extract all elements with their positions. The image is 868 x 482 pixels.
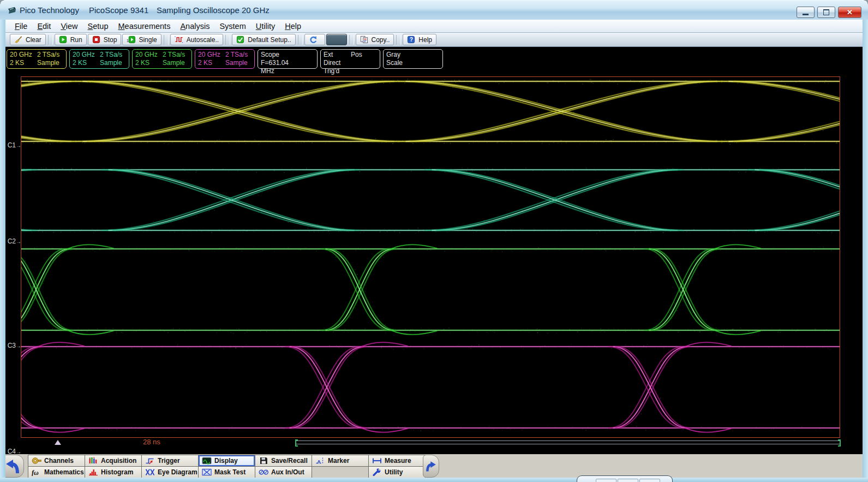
broom-icon	[14, 35, 22, 44]
status-value: 20 GHz	[198, 51, 225, 59]
nav-channels-button[interactable]: Channels	[28, 455, 85, 466]
collapse-toolbar-right-button[interactable]	[423, 455, 439, 478]
channel4-settings[interactable]: 20 GHz2 TSa/s2 KSSample	[195, 49, 255, 69]
toolbar-separator	[164, 35, 169, 45]
nav-save-recall-button[interactable]: Save/Recall	[255, 455, 312, 466]
range-bracket-left-icon	[295, 439, 298, 447]
button-label: Trigger	[158, 457, 180, 465]
button-label: Clear	[26, 36, 41, 44]
stop-icon	[92, 35, 100, 44]
button-label: Histogram	[101, 468, 133, 476]
channel1-settings[interactable]: 20 GHz2 TSa/s2 KSSample	[7, 49, 67, 69]
nav-mask-test-button[interactable]: Mask Test	[199, 467, 255, 478]
help-button[interactable]: ?Help	[403, 34, 436, 45]
snapshot-dark-button[interactable]	[326, 34, 347, 45]
menu-setup[interactable]: Setup	[83, 21, 113, 32]
curved-arrow-left-icon	[4, 457, 21, 475]
run-icon	[59, 35, 67, 44]
copy-icon	[360, 35, 368, 44]
timebase-label: 28 ns	[143, 438, 160, 446]
status-value: Sample	[100, 59, 122, 67]
menu-view[interactable]: View	[56, 21, 82, 32]
menu-system[interactable]: System	[214, 21, 250, 32]
button-label: Default Setup..	[248, 36, 291, 44]
nav-aux-in-out-button[interactable]: Aux In/Out	[255, 467, 312, 478]
nav-grid: ChannelsAcquisitionTriggerDisplaySave/Re…	[28, 455, 426, 478]
button-label: Measure	[385, 457, 411, 465]
button-label: Save/Recall	[271, 457, 308, 465]
nav-trigger-button[interactable]: Trigger	[142, 455, 198, 466]
channel-label-c2[interactable]: C2→	[7, 237, 21, 245]
window-title-description: Sampling Oscilloscope 20 GHz	[157, 5, 270, 15]
window-border-right	[863, 20, 868, 478]
autoscale-button[interactable]: Autoscale..	[170, 34, 223, 45]
status-value: 20 GHz	[10, 51, 37, 59]
nav-display-button[interactable]: Display	[199, 455, 255, 466]
button-label: Run	[70, 36, 82, 44]
nav-histogram-button[interactable]: Histogram	[85, 467, 141, 478]
status-value: F=631.04 MHz	[261, 59, 288, 75]
menu-help[interactable]: Help	[280, 21, 306, 32]
scope-settings[interactable]: ScopeF=631.04 MHz	[258, 49, 318, 69]
minimize-button[interactable]	[797, 7, 815, 18]
clear-button[interactable]: Clear	[10, 34, 46, 45]
button-label: Autoscale..	[187, 36, 219, 44]
menu-measurements[interactable]: Measurements	[113, 21, 175, 32]
channel-label-c1[interactable]: C1→	[7, 141, 21, 149]
close-button[interactable]: ✕	[838, 7, 861, 18]
save-icon	[258, 457, 269, 465]
minimize-icon	[803, 14, 809, 15]
channel-label-c3[interactable]: C3→	[7, 342, 21, 349]
restore-icon	[823, 9, 829, 15]
grayscale-display[interactable]: Gray Scale	[383, 49, 443, 69]
menu-utility[interactable]: Utility	[251, 21, 280, 32]
menu-analysis[interactable]: Analysis	[175, 21, 214, 32]
scope-content: 20 GHz2 TSa/s2 KSSample20 GHz2 TSa/s2 KS…	[5, 47, 863, 454]
popup-button[interactable]	[618, 479, 638, 482]
status-value: Sample	[37, 59, 59, 67]
svg-text:1: 1	[127, 38, 129, 43]
single-button[interactable]: 1Single	[122, 34, 161, 45]
menu-edit[interactable]: Edit	[32, 21, 56, 32]
nav-mathematics-button[interactable]: fωMathematics	[28, 467, 85, 478]
stop-button[interactable]: Stop	[88, 34, 122, 45]
popup-button[interactable]	[596, 479, 616, 482]
status-value: 2 KS	[135, 59, 163, 67]
undo-button[interactable]	[304, 34, 325, 45]
channel2-settings[interactable]: 20 GHz2 TSa/s2 KSSample	[69, 49, 129, 69]
window-border-bottom	[0, 478, 868, 482]
default-setup-button[interactable]: Default Setup..	[232, 34, 295, 45]
copy-button[interactable]: Copy..	[356, 34, 394, 45]
status-value: 2 KS	[198, 59, 225, 67]
button-label: Mask Test	[214, 468, 246, 476]
app-window: Pico Technology PicoScope 9341 Sampling …	[0, 0, 868, 482]
default-setup-icon	[236, 35, 244, 44]
button-label: Eye Diagram	[158, 468, 197, 476]
channel-arrow-icon: →	[16, 343, 21, 349]
timebase-range-scrollbar[interactable]	[296, 441, 840, 444]
autoscale-icon	[175, 35, 183, 44]
trigger-icon	[145, 457, 155, 465]
nav-measure-button[interactable]: Measure	[369, 455, 425, 466]
svg-text:fω: fω	[32, 469, 39, 477]
nav-utility-button[interactable]: Utility	[369, 467, 425, 478]
run-button[interactable]: Run	[55, 34, 87, 45]
trigger-position-marker[interactable]	[55, 440, 61, 445]
nav-eye-diagram-button[interactable]: Eye Diagram	[142, 467, 198, 478]
menu-file[interactable]: File	[10, 21, 32, 32]
button-label: Utility	[385, 468, 403, 476]
maximize-button[interactable]	[817, 7, 835, 18]
acquisition-icon	[88, 457, 99, 465]
button-label: Help	[418, 36, 432, 44]
range-bracket-right-icon	[838, 439, 841, 447]
window-controls: ✕	[794, 7, 861, 18]
channel3-settings[interactable]: 20 GHz2 TSa/s2 KSSample	[132, 49, 192, 69]
nav-marker-button[interactable]: Marker	[312, 455, 368, 466]
button-label: Aux In/Out	[271, 468, 304, 476]
plot-area[interactable]	[21, 76, 840, 438]
utility-icon	[372, 468, 382, 476]
taskbar-popup[interactable]	[577, 475, 673, 482]
popup-button[interactable]	[639, 479, 660, 482]
trigger-settings[interactable]: Ext DirectPosTrig'd	[320, 49, 380, 69]
nav-acquisition-button[interactable]: Acquisition	[85, 455, 141, 466]
